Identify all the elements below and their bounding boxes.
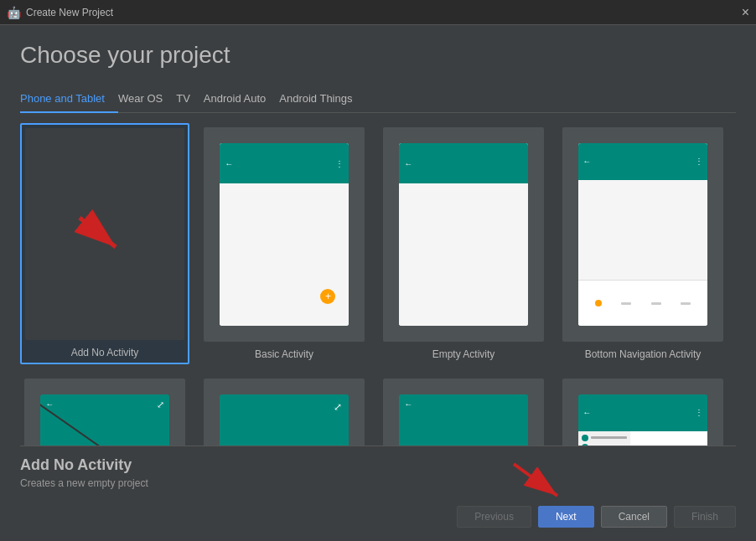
back-icon-empty: ← <box>404 159 412 168</box>
fullscreen-icon-fragment: ⤢ <box>157 399 164 410</box>
template-scrolling-thumb: ← <box>383 379 544 446</box>
master-mockup: ← ⋮ <box>578 394 707 446</box>
template-fragment-viewmodel-thumb: ← ⤢ <box>24 379 185 446</box>
empty-activity-mockup: ← <box>399 143 528 326</box>
scroll-mockup: ← <box>399 394 528 446</box>
master-list-item-2 <box>582 444 626 446</box>
template-bottom-nav[interactable]: ← ⋮ Bottom Navigation Activity <box>558 123 728 364</box>
master-body <box>578 431 707 446</box>
page-title: Choose your project <box>20 42 736 69</box>
template-bottom-nav-thumb: ← ⋮ <box>562 127 723 342</box>
close-icon[interactable]: × <box>742 6 749 19</box>
fragment-mockup: ← ⤢ <box>40 394 169 446</box>
back-icon-bnav: ← <box>583 157 591 166</box>
menu-icon: ⋮ <box>335 159 344 168</box>
bnav-bar-1 <box>621 302 631 305</box>
list-dot-2 <box>582 444 588 446</box>
description-area: Add No Activity Creates a new empty proj… <box>20 446 736 496</box>
cancel-button[interactable]: Cancel <box>601 506 667 528</box>
template-add-no-activity[interactable]: Add No Activity <box>20 123 189 364</box>
template-master-detail-thumb: ← ⋮ <box>562 379 723 446</box>
bnav-header: ← ⋮ <box>578 143 707 180</box>
template-fullscreen[interactable]: ⤢ Fullscreen Activity <box>199 374 369 446</box>
fullscreen-icon: ⤢ <box>334 401 342 413</box>
description-title: Add No Activity <box>20 456 736 474</box>
bnav-dot <box>595 300 602 307</box>
list-dot-1 <box>582 435 588 441</box>
dialog-body: Choose your project Phone and Tablet Wea… <box>0 25 756 541</box>
master-list <box>578 431 629 446</box>
templates-grid: Add No Activity ← ⋮ + Basic Activity <box>20 123 736 446</box>
red-arrow-icon <box>67 201 142 268</box>
template-empty-activity-thumb: ← <box>383 127 544 342</box>
template-add-no-activity-thumb <box>25 128 184 340</box>
templates-grid-area: Add No Activity ← ⋮ + Basic Activity <box>20 113 736 446</box>
master-detail-pane <box>630 431 707 446</box>
bnav-footer <box>578 280 707 325</box>
tab-wear-os[interactable]: Wear OS <box>118 85 176 113</box>
template-empty-activity[interactable]: ← Empty Activity <box>379 123 548 364</box>
basic-activity-body <box>220 183 349 326</box>
bnav-body <box>578 180 707 281</box>
diag-line <box>40 398 169 446</box>
tabs-bar: Phone and Tablet Wear OS TV Android Auto… <box>20 85 736 113</box>
menu-icon-bnav: ⋮ <box>695 157 703 166</box>
template-bottom-nav-label: Bottom Navigation Activity <box>585 348 702 360</box>
tab-android-things[interactable]: Android Things <box>279 85 365 113</box>
master-header: ← ⋮ <box>578 394 707 431</box>
bottom-nav-mockup: ← ⋮ <box>578 143 707 326</box>
back-icon-scroll: ← <box>404 399 412 409</box>
title-bar-text: Create New Project <box>26 7 113 18</box>
basic-activity-mockup: ← ⋮ + <box>220 143 349 326</box>
template-empty-activity-label: Empty Activity <box>432 348 495 360</box>
template-fragment-viewmodel[interactable]: ← ⤢ Fragment + ViewModel <box>20 374 189 446</box>
fullscreen-mockup: ⤢ <box>220 394 349 446</box>
template-basic-activity-label: Basic Activity <box>255 348 313 360</box>
menu-icon-master: ⋮ <box>695 408 703 417</box>
back-icon-fragment: ← <box>45 399 54 409</box>
master-list-item-1 <box>582 435 626 441</box>
footer: Previous Next Cancel Finish <box>20 496 736 541</box>
tab-android-auto[interactable]: Android Auto <box>204 85 279 113</box>
template-master-detail[interactable]: ← ⋮ <box>558 374 728 446</box>
title-bar-left: 🤖 Create New Project <box>7 6 113 19</box>
template-basic-activity-thumb: ← ⋮ + <box>204 127 365 342</box>
template-add-no-activity-label: Add No Activity <box>71 347 139 358</box>
svg-line-1 <box>80 218 116 247</box>
title-bar: 🤖 Create New Project × <box>0 0 756 25</box>
bnav-bar-2 <box>651 302 661 305</box>
tab-tv[interactable]: TV <box>176 85 204 113</box>
back-icon: ← <box>225 159 233 168</box>
app-icon: 🤖 <box>7 6 21 19</box>
empty-activity-header: ← <box>399 143 528 183</box>
next-button[interactable]: Next <box>538 506 594 528</box>
template-fullscreen-thumb: ⤢ <box>204 379 365 446</box>
bnav-bar-3 <box>681 302 691 305</box>
finish-button[interactable]: Finish <box>674 506 736 528</box>
basic-activity-header: ← ⋮ <box>220 143 349 183</box>
list-line-1 <box>591 436 626 439</box>
template-scrolling[interactable]: ← Scrolling Activity <box>379 374 548 446</box>
tab-phone-tablet[interactable]: Phone and Tablet <box>20 85 118 113</box>
back-icon-master: ← <box>583 408 591 417</box>
template-basic-activity[interactable]: ← ⋮ + Basic Activity <box>199 123 369 364</box>
description-text: Creates a new empty project <box>20 477 736 489</box>
previous-button[interactable]: Previous <box>457 506 531 528</box>
